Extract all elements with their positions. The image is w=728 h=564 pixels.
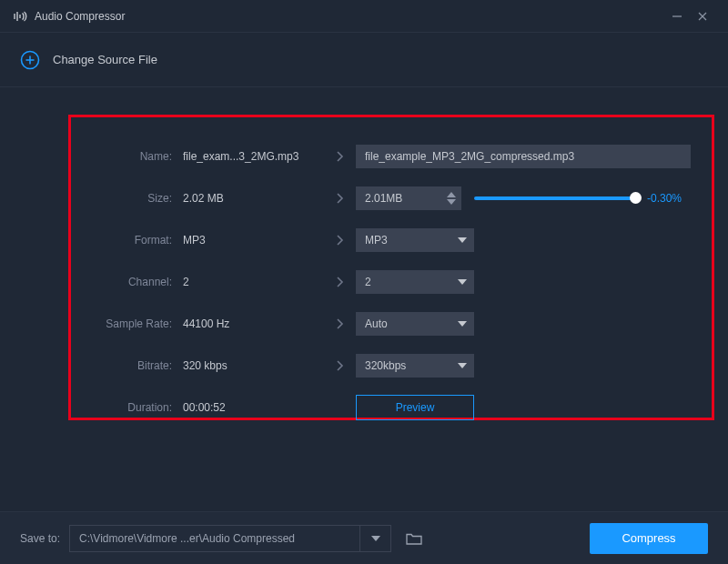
- app-icon: [13, 9, 27, 24]
- saveto-label: Save to:: [20, 532, 60, 545]
- chevron-down-icon: [458, 237, 467, 243]
- row-bitrate: Bitrate: 320 kbps 320kbps: [87, 345, 695, 387]
- src-sample-rate: 44100 Hz: [177, 317, 323, 330]
- output-sample-rate-select[interactable]: Auto: [356, 312, 474, 336]
- row-format: Format: MP3 MP3: [87, 219, 695, 261]
- src-format: MP3: [177, 234, 323, 247]
- src-bitrate: 320 kbps: [177, 359, 323, 372]
- row-channel: Channel: 2 2: [87, 261, 695, 303]
- minimize-button[interactable]: [664, 4, 690, 29]
- compress-button[interactable]: Compress: [590, 523, 708, 554]
- row-name: Name: file_exam...3_2MG.mp3 file_example…: [87, 136, 695, 177]
- output-channel-select[interactable]: 2: [356, 270, 474, 294]
- chevron-right-icon: [323, 234, 356, 247]
- app-title: Audio Compressor: [35, 10, 125, 23]
- chevron-right-icon: [323, 317, 356, 330]
- output-name-field[interactable]: file_example_MP3_2MG_compressed.mp3: [356, 145, 691, 168]
- chevron-down-icon: [458, 279, 467, 285]
- chevron-down-icon: [458, 321, 467, 327]
- close-button[interactable]: [690, 4, 715, 29]
- row-duration: Duration: 00:00:52 Preview: [87, 387, 695, 428]
- stepper-arrows-icon[interactable]: [447, 192, 456, 205]
- output-name-value: file_example_MP3_2MG_compressed.mp3: [365, 150, 574, 163]
- size-reduction-pct: -0.30%: [647, 192, 682, 205]
- change-source-label: Change Source File: [53, 53, 157, 66]
- bottom-bar: Save to: C:\Vidmore\Vidmore ...er\Audio …: [0, 511, 728, 564]
- chevron-down-icon: [458, 363, 467, 368]
- compress-label: Compress: [622, 531, 675, 545]
- label-channel: Channel:: [87, 276, 177, 288]
- slider-thumb[interactable]: [630, 192, 642, 204]
- settings-panel: Name: file_exam...3_2MG.mp3 file_example…: [68, 115, 714, 420]
- change-source-row[interactable]: Change Source File: [0, 33, 728, 87]
- size-slider[interactable]: [474, 196, 636, 200]
- chevron-right-icon: [323, 359, 356, 372]
- output-bitrate-value: 320kbps: [365, 359, 406, 372]
- label-name: Name:: [87, 150, 177, 163]
- output-bitrate-select[interactable]: 320kbps: [356, 354, 474, 378]
- chevron-right-icon: [323, 192, 356, 205]
- save-path-field[interactable]: C:\Vidmore\Vidmore ...er\Audio Compresse…: [69, 525, 360, 552]
- save-path-dropdown[interactable]: [360, 525, 391, 552]
- preview-button[interactable]: Preview: [356, 395, 474, 420]
- src-name: file_exam...3_2MG.mp3: [177, 150, 323, 163]
- label-size: Size:: [87, 192, 177, 205]
- row-size: Size: 2.02 MB 2.01MB -0.30%: [87, 177, 695, 219]
- src-size: 2.02 MB: [177, 192, 323, 205]
- titlebar: Audio Compressor: [0, 0, 728, 33]
- row-sample-rate: Sample Rate: 44100 Hz Auto: [87, 303, 695, 345]
- open-folder-button[interactable]: [400, 525, 428, 552]
- label-sample-rate: Sample Rate:: [87, 317, 177, 330]
- preview-label: Preview: [396, 401, 435, 414]
- output-sample-rate-value: Auto: [365, 317, 388, 330]
- label-bitrate: Bitrate:: [87, 359, 177, 372]
- output-format-select[interactable]: MP3: [356, 228, 474, 252]
- save-path-value: C:\Vidmore\Vidmore ...er\Audio Compresse…: [79, 532, 295, 545]
- src-channel: 2: [177, 276, 323, 288]
- chevron-right-icon: [323, 276, 356, 288]
- src-duration: 00:00:52: [177, 401, 323, 414]
- output-channel-value: 2: [365, 276, 371, 288]
- add-circle-icon: [20, 50, 40, 70]
- label-format: Format:: [87, 234, 177, 247]
- output-format-value: MP3: [365, 234, 388, 247]
- output-size-stepper[interactable]: 2.01MB: [356, 186, 461, 210]
- chevron-right-icon: [323, 150, 356, 163]
- label-duration: Duration:: [87, 401, 177, 414]
- output-size-value: 2.01MB: [365, 192, 402, 205]
